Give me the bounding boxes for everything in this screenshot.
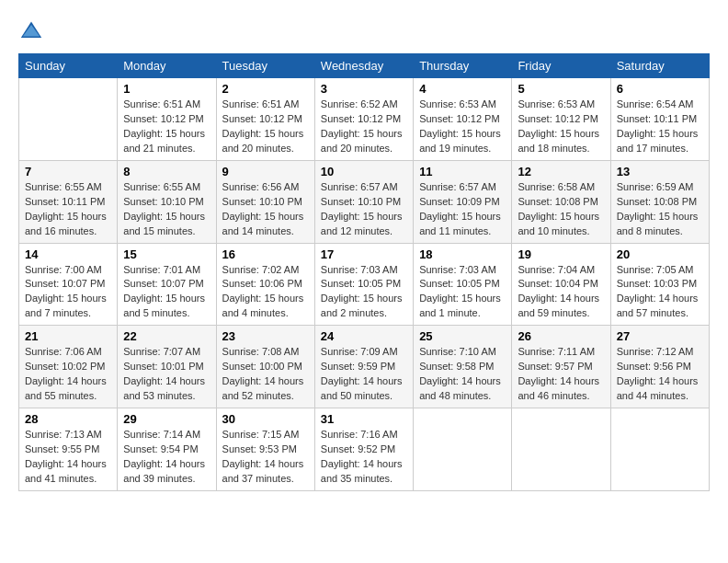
day-number: 21 (25, 329, 111, 343)
day-info: Sunrise: 7:14 AM Sunset: 9:54 PM Dayligh… (123, 428, 210, 487)
calendar-cell: 31Sunrise: 7:16 AM Sunset: 9:52 PM Dayli… (314, 408, 413, 491)
header-day-thursday: Thursday (414, 54, 512, 78)
calendar-cell (414, 408, 512, 491)
calendar-cell: 17Sunrise: 7:03 AM Sunset: 10:05 PM Dayl… (314, 243, 413, 326)
day-number: 22 (123, 329, 210, 343)
header-day-sunday: Sunday (19, 54, 118, 78)
day-info: Sunrise: 7:03 AM Sunset: 10:05 PM Daylig… (321, 263, 407, 322)
calendar-cell: 19Sunrise: 7:04 AM Sunset: 10:04 PM Dayl… (512, 243, 610, 326)
week-row-1: 1Sunrise: 6:51 AM Sunset: 10:12 PM Dayli… (19, 78, 710, 161)
logo-icon (18, 18, 44, 44)
day-info: Sunrise: 7:11 AM Sunset: 9:57 PM Dayligh… (518, 345, 604, 404)
day-number: 1 (123, 82, 210, 96)
day-number: 11 (419, 165, 506, 178)
calendar-cell: 24Sunrise: 7:09 AM Sunset: 9:59 PM Dayli… (314, 326, 413, 408)
day-number: 31 (321, 412, 407, 426)
day-info: Sunrise: 7:15 AM Sunset: 9:53 PM Dayligh… (222, 428, 309, 487)
header-day-wednesday: Wednesday (314, 54, 413, 78)
calendar-table: SundayMondayTuesdayWednesdayThursdayFrid… (18, 53, 710, 491)
day-info: Sunrise: 6:52 AM Sunset: 10:12 PM Daylig… (321, 98, 407, 156)
calendar-cell: 10Sunrise: 6:57 AM Sunset: 10:10 PM Dayl… (314, 160, 413, 243)
day-number: 29 (123, 412, 210, 426)
header-day-friday: Friday (512, 54, 610, 78)
calendar-cell: 18Sunrise: 7:03 AM Sunset: 10:05 PM Dayl… (414, 243, 512, 326)
calendar-cell: 6Sunrise: 6:54 AM Sunset: 10:11 PM Dayli… (610, 78, 709, 161)
svg-marker-1 (23, 25, 40, 37)
day-info: Sunrise: 6:56 AM Sunset: 10:10 PM Daylig… (222, 180, 309, 239)
day-number: 9 (222, 165, 309, 178)
calendar-cell: 16Sunrise: 7:02 AM Sunset: 10:06 PM Dayl… (216, 243, 314, 326)
calendar-cell: 23Sunrise: 7:08 AM Sunset: 10:00 PM Dayl… (216, 326, 314, 408)
day-number: 3 (321, 82, 407, 96)
day-info: Sunrise: 7:13 AM Sunset: 9:55 PM Dayligh… (25, 428, 111, 487)
day-number: 20 (617, 247, 703, 261)
day-info: Sunrise: 6:55 AM Sunset: 10:10 PM Daylig… (123, 180, 210, 239)
calendar-cell: 15Sunrise: 7:01 AM Sunset: 10:07 PM Dayl… (118, 243, 216, 326)
day-number: 6 (617, 82, 703, 96)
day-info: Sunrise: 6:58 AM Sunset: 10:08 PM Daylig… (518, 180, 604, 239)
header-day-monday: Monday (118, 54, 216, 78)
day-info: Sunrise: 6:53 AM Sunset: 10:12 PM Daylig… (419, 98, 506, 156)
day-info: Sunrise: 7:02 AM Sunset: 10:06 PM Daylig… (222, 263, 309, 322)
calendar-cell: 28Sunrise: 7:13 AM Sunset: 9:55 PM Dayli… (19, 408, 118, 491)
calendar-cell: 8Sunrise: 6:55 AM Sunset: 10:10 PM Dayli… (118, 160, 216, 243)
day-info: Sunrise: 7:04 AM Sunset: 10:04 PM Daylig… (518, 263, 604, 322)
calendar-cell: 27Sunrise: 7:12 AM Sunset: 9:56 PM Dayli… (610, 326, 709, 408)
day-number: 7 (25, 165, 111, 178)
header-day-saturday: Saturday (610, 54, 709, 78)
calendar-cell (610, 408, 709, 491)
header-row: SundayMondayTuesdayWednesdayThursdayFrid… (19, 54, 710, 78)
day-number: 2 (222, 82, 309, 96)
calendar-cell: 5Sunrise: 6:53 AM Sunset: 10:12 PM Dayli… (512, 78, 610, 161)
week-row-5: 28Sunrise: 7:13 AM Sunset: 9:55 PM Dayli… (19, 408, 710, 491)
day-number: 23 (222, 329, 309, 343)
day-number: 10 (321, 165, 407, 178)
week-row-4: 21Sunrise: 7:06 AM Sunset: 10:02 PM Dayl… (19, 326, 710, 408)
day-number: 13 (617, 165, 703, 178)
logo (18, 18, 48, 44)
calendar-cell: 7Sunrise: 6:55 AM Sunset: 10:11 PM Dayli… (19, 160, 118, 243)
day-number: 24 (321, 329, 407, 343)
day-number: 19 (518, 247, 604, 261)
day-number: 4 (419, 82, 506, 96)
calendar-cell (512, 408, 610, 491)
day-info: Sunrise: 7:08 AM Sunset: 10:00 PM Daylig… (222, 345, 309, 404)
day-info: Sunrise: 6:57 AM Sunset: 10:09 PM Daylig… (419, 180, 506, 239)
calendar-cell: 30Sunrise: 7:15 AM Sunset: 9:53 PM Dayli… (216, 408, 314, 491)
day-number: 15 (123, 247, 210, 261)
calendar-cell: 22Sunrise: 7:07 AM Sunset: 10:01 PM Dayl… (118, 326, 216, 408)
day-info: Sunrise: 7:03 AM Sunset: 10:05 PM Daylig… (419, 263, 506, 322)
day-number: 8 (123, 165, 210, 178)
day-number: 30 (222, 412, 309, 426)
day-info: Sunrise: 6:57 AM Sunset: 10:10 PM Daylig… (321, 180, 407, 239)
day-info: Sunrise: 6:59 AM Sunset: 10:08 PM Daylig… (617, 180, 703, 239)
calendar-cell: 9Sunrise: 6:56 AM Sunset: 10:10 PM Dayli… (216, 160, 314, 243)
day-number: 18 (419, 247, 506, 261)
calendar-cell: 3Sunrise: 6:52 AM Sunset: 10:12 PM Dayli… (314, 78, 413, 161)
day-number: 12 (518, 165, 604, 178)
day-info: Sunrise: 7:05 AM Sunset: 10:03 PM Daylig… (617, 263, 703, 322)
calendar-cell: 26Sunrise: 7:11 AM Sunset: 9:57 PM Dayli… (512, 326, 610, 408)
day-info: Sunrise: 7:01 AM Sunset: 10:07 PM Daylig… (123, 263, 210, 322)
day-info: Sunrise: 7:00 AM Sunset: 10:07 PM Daylig… (25, 263, 111, 322)
day-number: 25 (419, 329, 506, 343)
calendar-cell: 20Sunrise: 7:05 AM Sunset: 10:03 PM Dayl… (610, 243, 709, 326)
day-info: Sunrise: 7:10 AM Sunset: 9:58 PM Dayligh… (419, 345, 506, 404)
day-number: 16 (222, 247, 309, 261)
day-number: 14 (25, 247, 111, 261)
day-number: 26 (518, 329, 604, 343)
calendar-cell: 12Sunrise: 6:58 AM Sunset: 10:08 PM Dayl… (512, 160, 610, 243)
calendar-cell: 14Sunrise: 7:00 AM Sunset: 10:07 PM Dayl… (19, 243, 118, 326)
day-info: Sunrise: 7:12 AM Sunset: 9:56 PM Dayligh… (617, 345, 703, 404)
day-info: Sunrise: 6:51 AM Sunset: 10:12 PM Daylig… (222, 98, 309, 156)
calendar-cell (19, 78, 118, 161)
calendar-cell: 2Sunrise: 6:51 AM Sunset: 10:12 PM Dayli… (216, 78, 314, 161)
day-number: 27 (617, 329, 703, 343)
day-info: Sunrise: 6:53 AM Sunset: 10:12 PM Daylig… (518, 98, 604, 156)
header-day-tuesday: Tuesday (216, 54, 314, 78)
week-row-3: 14Sunrise: 7:00 AM Sunset: 10:07 PM Dayl… (19, 243, 710, 326)
calendar-cell: 21Sunrise: 7:06 AM Sunset: 10:02 PM Dayl… (19, 326, 118, 408)
day-info: Sunrise: 7:16 AM Sunset: 9:52 PM Dayligh… (321, 428, 407, 487)
calendar-cell: 1Sunrise: 6:51 AM Sunset: 10:12 PM Dayli… (118, 78, 216, 161)
calendar-cell: 25Sunrise: 7:10 AM Sunset: 9:58 PM Dayli… (414, 326, 512, 408)
